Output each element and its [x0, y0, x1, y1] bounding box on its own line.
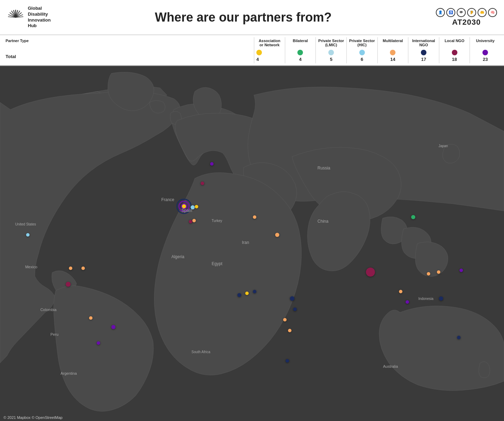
at2030-icons: 👤 ♿ 👁 🦻 🤲 🧠 — [436, 8, 497, 17]
at2030-logo: 👤 ♿ 👁 🦻 🤲 🧠 AT2030 — [436, 8, 497, 27]
at2030-icon-6: 🧠 — [488, 8, 497, 17]
legend-col-assoc: Association or Network 4 — [254, 37, 285, 63]
marker-turkey[interactable] — [253, 215, 256, 219]
legend-header-assoc: Association or Network — [256, 39, 283, 48]
map-container: .land { fill: #4a4a4a; stroke: #666; str… — [0, 66, 504, 421]
legend-dot-intl_ngo — [421, 50, 426, 55]
at2030-label: AT2030 — [452, 18, 481, 27]
marker-peru2[interactable] — [111, 325, 115, 329]
footer: © 2021 Mapbox © OpenStreetMap — [0, 414, 66, 421]
legend-total-local_ngo: 18 — [452, 57, 457, 62]
marker-india_large[interactable] — [366, 268, 375, 277]
legend-header-intl_ngo: International NGO — [410, 39, 437, 48]
at2030-icon-3: 👁 — [457, 8, 466, 17]
legend-dot-bilateral — [297, 50, 303, 55]
marker-india2[interactable] — [399, 290, 402, 293]
marker-e_africa3[interactable] — [283, 318, 287, 321]
marker-us_west[interactable] — [26, 233, 30, 237]
marker-paris2[interactable] — [192, 219, 196, 222]
marker-colombia_red[interactable] — [66, 282, 71, 287]
legend-total-multilateral: 14 — [390, 57, 395, 62]
legend-type-header: Partner Type — [6, 39, 29, 48]
legend-col-multilateral: Multilateral 14 — [378, 37, 409, 63]
legend-total-bilateral: 4 — [299, 57, 302, 62]
legend: Partner Type Total Association or Networ… — [0, 35, 504, 66]
at2030-icon-4: 🦻 — [467, 8, 476, 17]
marker-s_africa[interactable] — [286, 359, 289, 363]
legend-total-private_lmic: 5 — [330, 57, 332, 62]
legend-header-local_ngo: Local NGO — [445, 39, 464, 48]
marker-jordan[interactable] — [275, 233, 279, 237]
marker-central_america2[interactable] — [81, 267, 85, 270]
marker-peru[interactable] — [89, 316, 93, 320]
marker-geneva[interactable] — [201, 182, 204, 185]
marker-central_america[interactable] — [69, 267, 72, 270]
marker-indonesia[interactable] — [439, 296, 443, 301]
legend-total-intl_ngo: 17 — [421, 57, 426, 62]
at2030-icon-5: 🤲 — [478, 8, 487, 17]
legend-col-local_ngo: Local NGO 18 — [439, 37, 470, 63]
legend-dot-private_hic — [359, 50, 365, 55]
legend-header-private_lmic: Private Sector (LMIC) — [318, 39, 344, 48]
app: Global Disability Innovation Hub Where a… — [0, 0, 504, 421]
legend-partner-type: Partner Type Total — [3, 37, 254, 63]
marker-india3[interactable] — [406, 300, 409, 304]
marker-e_africa4[interactable] — [288, 329, 291, 332]
legend-header-multilateral: Multilateral — [383, 39, 403, 48]
marker-china_east[interactable] — [411, 215, 415, 219]
legend-dot-local_ngo — [452, 50, 457, 55]
legend-col-private_hic: Private Sector (HIC) 6 — [347, 37, 378, 63]
page-title: Where are our partners from? — [51, 10, 436, 25]
markers-container — [0, 66, 504, 421]
marker-w_africa2[interactable] — [245, 292, 249, 295]
logo-text: Global Disability Innovation Hub — [28, 6, 51, 29]
legend-columns: Association or Network 4 Bilateral 4 Pri… — [254, 37, 501, 63]
marker-london_dot2[interactable] — [191, 205, 195, 209]
at2030-icon-2: ♿ — [446, 8, 455, 17]
logo: Global Disability Innovation Hub — [7, 6, 51, 29]
legend-col-bilateral: Bilateral 4 — [285, 37, 316, 63]
marker-se_asia1[interactable] — [427, 272, 430, 276]
copyright-text: © 2021 Mapbox © OpenStreetMap — [3, 415, 63, 420]
marker-w_africa1[interactable] — [238, 293, 241, 297]
marker-se_asia3[interactable] — [459, 269, 463, 272]
marker-e_africa1[interactable] — [290, 296, 295, 301]
legend-col-private_lmic: Private Sector (LMIC) 5 — [316, 37, 347, 63]
marker-e_africa2[interactable] — [293, 308, 297, 311]
legend-col-university: University 23 — [470, 37, 501, 63]
header: Global Disability Innovation Hub Where a… — [0, 0, 504, 35]
legend-dot-university — [482, 50, 488, 55]
marker-paris[interactable] — [189, 220, 192, 223]
legend-total-university: 23 — [483, 57, 488, 62]
marker-scandinavia[interactable] — [210, 162, 214, 166]
marker-australia[interactable] — [457, 336, 461, 339]
legend-total-label: Total — [6, 54, 16, 59]
legend-header-bilateral: Bilateral — [293, 39, 308, 48]
marker-w_africa3[interactable] — [253, 290, 256, 293]
legend-dot-private_lmic — [328, 50, 334, 55]
at2030-icon-1: 👤 — [436, 8, 445, 17]
marker-chile[interactable] — [97, 341, 100, 345]
marker-se_asia2[interactable] — [437, 270, 440, 274]
legend-dot-multilateral — [390, 50, 395, 55]
marker-london_dot3[interactable] — [195, 205, 198, 208]
legend-total-assoc: 4 — [256, 57, 259, 62]
legend-dot-assoc — [256, 50, 262, 55]
legend-total-private_hic: 6 — [361, 57, 363, 62]
legend-header-private_hic: Private Sector (HIC) — [349, 39, 375, 48]
legend-col-intl_ngo: International NGO 17 — [408, 37, 439, 63]
legend-header-university: University — [476, 39, 495, 48]
logo-icon — [7, 9, 24, 26]
marker-london_cluster[interactable] — [181, 203, 187, 209]
